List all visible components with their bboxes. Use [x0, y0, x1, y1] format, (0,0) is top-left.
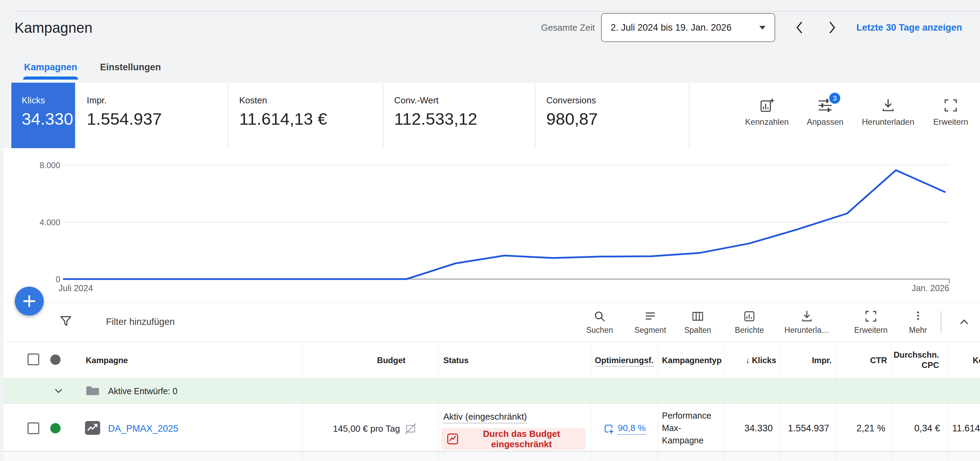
- suchen-button[interactable]: Suchen: [576, 309, 624, 335]
- more-vertical-icon: [911, 309, 925, 324]
- kennzahlen-button[interactable]: Kennzahlen: [741, 97, 793, 127]
- tool-label: Erweitern: [854, 325, 888, 335]
- group-row-divider: [3, 404, 980, 404]
- date-range-dropdown[interactable]: 2. Juli 2024 bis 19. Jan. 2026: [601, 13, 775, 42]
- reports-icon: [742, 309, 757, 324]
- segment-button[interactable]: Segment: [626, 309, 675, 335]
- scorecard-row: Klicks 34.330 Impr. 1.554.937 Kosten 11.…: [11, 83, 689, 148]
- scorecard-impressionen[interactable]: Impr. 1.554.937: [76, 83, 228, 148]
- chevron-up-icon: [956, 314, 972, 330]
- previous-period-button[interactable]: [792, 20, 807, 35]
- column-header-status[interactable]: Status: [443, 356, 468, 365]
- next-period-button[interactable]: [825, 20, 840, 35]
- table-row-partial: [3, 452, 980, 461]
- scorecard-label: Conv.-Wert: [394, 95, 535, 106]
- optimization-score-link: 90,8 %: [618, 423, 646, 435]
- column-header-kampagnentyp[interactable]: Kampagnentyp: [662, 356, 721, 365]
- tool-label: Anpassen: [807, 117, 844, 127]
- clicks-cell: 34.330: [724, 423, 773, 434]
- herunterladen-button[interactable]: Herunterladen: [862, 97, 914, 127]
- drafts-folder-icon: [85, 383, 100, 397]
- group-row-expand-button[interactable]: [52, 384, 65, 397]
- column-header-budget[interactable]: Budget: [302, 356, 406, 365]
- column-header-klicks[interactable]: ↓ Klicks: [724, 356, 776, 365]
- apply-recommendation-icon: [603, 423, 614, 434]
- select-all-checkbox[interactable]: [27, 354, 39, 365]
- erweitern-table-button[interactable]: Erweitern: [847, 309, 895, 335]
- campaign-status-dot[interactable]: [50, 423, 60, 434]
- scorecard-klicks[interactable]: Klicks 34.330: [11, 83, 75, 148]
- tool-label: Herunterla…: [784, 325, 829, 335]
- show-last-30-days-link[interactable]: Letzte 30 Tage anzeigen: [856, 22, 962, 33]
- mehr-button[interactable]: Mehr: [894, 309, 942, 335]
- columns-icon: [690, 309, 705, 324]
- y-tick-8000: 8.000: [26, 161, 60, 170]
- column-header-label: Optimierungsf.: [595, 356, 654, 367]
- x-axis-label-start: Juli 2024: [59, 283, 93, 293]
- avg-cpc-cell: 0,34 €: [891, 423, 940, 434]
- budget-limited-warning-chip[interactable]: Durch das Budget eingeschränkt: [441, 428, 586, 450]
- download-icon: [880, 97, 896, 114]
- column-divider: [591, 342, 591, 461]
- campaign-type-cell: Performance Max-Kampagne: [662, 409, 714, 447]
- add-filter-button[interactable]: [59, 314, 73, 329]
- clicks-line-chart: [0, 148, 980, 302]
- campaign-status-text[interactable]: Aktiv (eingeschränkt): [443, 412, 527, 422]
- scorecard-label: Conversions: [546, 95, 689, 106]
- column-divider: [658, 342, 658, 461]
- column-header-kampagne[interactable]: Kampagne: [86, 356, 128, 365]
- column-header-ctr[interactable]: CTR: [836, 356, 887, 365]
- add-filter-label[interactable]: Filter hinzufügen: [106, 317, 175, 327]
- header-row-divider: [3, 378, 980, 378]
- y-tick-0: 0: [26, 274, 60, 284]
- clicks-series-line: [64, 170, 945, 279]
- tool-label: Spalten: [684, 325, 711, 335]
- column-divider: [438, 342, 438, 461]
- scorecard-value: 34.330: [22, 109, 75, 129]
- status-column-dot-icon: [50, 354, 60, 365]
- search-icon: [592, 309, 607, 324]
- spalten-button[interactable]: Spalten: [674, 309, 722, 335]
- chevron-down-icon: [759, 26, 765, 30]
- column-header-optimierungsfaktor[interactable]: Optimierungsf.: [595, 356, 654, 365]
- scorecard-value: 11.614,13 €: [239, 109, 382, 129]
- campaign-type-icon: [85, 421, 100, 435]
- tab-einstellungen[interactable]: Einstellungen: [99, 58, 161, 77]
- row-checkbox[interactable]: [27, 423, 39, 434]
- x-axis-label-end: Jan. 2026: [881, 283, 949, 293]
- chart-tools-panel: Kennzahlen 3 Anpassen Herunterladen: [690, 83, 980, 148]
- scorecard-conversions[interactable]: Conversions 980,87: [536, 83, 689, 148]
- chevron-down-icon: [52, 384, 65, 397]
- tool-label: Mehr: [909, 325, 927, 335]
- scorecard-kosten[interactable]: Kosten 11.614,13 €: [229, 83, 382, 148]
- scorecard-label: Impr.: [87, 95, 228, 106]
- expand-icon: [942, 97, 959, 114]
- impressions-cell: 1.554.937: [780, 423, 829, 434]
- tool-label: Herunterladen: [862, 117, 914, 127]
- budget-cell: 145,00 € pro Tag: [302, 421, 417, 436]
- plus-icon: [22, 294, 36, 308]
- tab-kampagnen[interactable]: Kampagnen: [23, 58, 78, 77]
- optimization-score-cell[interactable]: 90,8 %: [591, 421, 658, 436]
- tool-label: Segment: [635, 325, 666, 335]
- herunterladen-table-button[interactable]: Herunterla…: [781, 309, 833, 335]
- scorecard-value: 112.533,12: [394, 109, 535, 129]
- campaign-name-link[interactable]: DA_PMAX_2025: [108, 423, 178, 434]
- column-header-kosten[interactable]: Kosten: [947, 356, 980, 365]
- filter-funnel-icon: [59, 314, 73, 329]
- scorecard-label: Kosten: [239, 95, 382, 106]
- toolbar-divider: [941, 311, 942, 333]
- scorecard-value: 1.554.937: [87, 109, 228, 129]
- column-header-impressionen[interactable]: Impr.: [780, 356, 832, 365]
- anpassen-button[interactable]: 3 Anpassen: [799, 97, 851, 127]
- column-header-durchschn-cpc[interactable]: Durchschn. CPC: [891, 350, 939, 370]
- download-icon: [800, 309, 814, 324]
- date-range-bar: Gesamte Zeit 2. Juli 2024 bis 19. Jan. 2…: [541, 13, 962, 43]
- berichte-button[interactable]: Berichte: [725, 309, 773, 335]
- sort-descending-icon: ↓: [746, 356, 750, 365]
- collapse-table-button[interactable]: [956, 314, 972, 330]
- add-campaign-fab[interactable]: [15, 287, 44, 316]
- y-tick-4000: 4.000: [26, 218, 60, 227]
- erweitern-button[interactable]: Erweitern: [925, 97, 977, 127]
- scorecard-conversion-wert[interactable]: Conv.-Wert 112.533,12: [384, 83, 535, 148]
